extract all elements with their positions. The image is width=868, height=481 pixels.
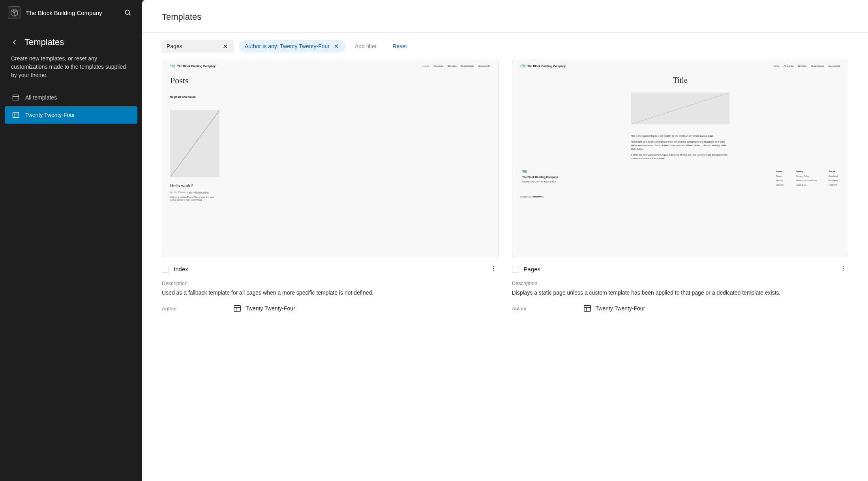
preview-footer: The Block Building Company Helping You L… bbox=[520, 170, 840, 188]
template-description: Used as a fallback template for all page… bbox=[162, 289, 499, 297]
svg-rect-4 bbox=[13, 112, 19, 117]
svg-point-13 bbox=[493, 270, 494, 271]
template-preview[interactable]: The Block Building Company Home About Us… bbox=[512, 60, 849, 257]
preview-post-meta: Oct 19, 2024 — by eric in Uncategorized bbox=[170, 191, 490, 194]
svg-point-17 bbox=[843, 266, 844, 267]
sidebar-nav-header: Templates bbox=[0, 25, 142, 52]
preview-nav-item: Home bbox=[773, 65, 779, 68]
preview-nav-item: Home bbox=[423, 65, 429, 68]
author-label: Author bbox=[162, 306, 233, 312]
preview-logo bbox=[520, 65, 525, 68]
preview-heading: Title bbox=[520, 75, 840, 85]
search-filter-pill[interactable]: Pages bbox=[162, 40, 234, 53]
svg-rect-14 bbox=[234, 306, 241, 312]
preview-nav-links: Home About Us Services Testimonials Cont… bbox=[423, 65, 490, 68]
author-name: Twenty Twenty-Four bbox=[596, 305, 645, 312]
preview-heading: Posts bbox=[170, 75, 490, 86]
preview-body: This is the Content block, it will displ… bbox=[631, 134, 729, 160]
svg-point-18 bbox=[843, 268, 844, 269]
template-name[interactable]: Index bbox=[174, 266, 484, 272]
author-name: Twenty Twenty-Four bbox=[246, 305, 295, 312]
close-icon bbox=[223, 43, 228, 49]
nav-item-label: All templates bbox=[25, 94, 57, 101]
preview-nav-item: About Us bbox=[433, 65, 443, 68]
preview-designed-with: Designed with WordPress bbox=[520, 196, 840, 198]
author-row: Author Twenty Twenty-Four bbox=[162, 304, 499, 313]
preview-nav-links: Home About Us Services Testimonials Cont… bbox=[773, 65, 840, 68]
search-value: Pages bbox=[167, 43, 222, 49]
svg-rect-2 bbox=[13, 95, 19, 100]
more-actions-button[interactable] bbox=[488, 263, 499, 275]
clear-author-filter-button[interactable] bbox=[333, 43, 340, 49]
card-header: Index bbox=[162, 257, 499, 276]
site-logo[interactable] bbox=[8, 6, 21, 19]
description-label: Description bbox=[162, 280, 499, 286]
template-card-pages: The Block Building Company Home About Us… bbox=[512, 60, 849, 313]
reset-filters-button[interactable]: Reset bbox=[388, 40, 411, 53]
template-preview[interactable]: The Block Building Company Home About Us… bbox=[162, 60, 499, 257]
sidebar-header: The Block Building Company bbox=[0, 0, 142, 25]
preview-footer-logo bbox=[522, 170, 527, 173]
svg-rect-20 bbox=[584, 306, 591, 312]
cube-icon bbox=[10, 8, 19, 17]
svg-point-11 bbox=[493, 266, 494, 267]
templates-grid: The Block Building Company Home About Us… bbox=[142, 60, 868, 329]
author-value: Twenty Twenty-Four bbox=[233, 304, 295, 313]
author-filter-text: Author is any: Twenty Twenty-Four bbox=[245, 43, 330, 49]
preview-footer-site-name: The Block Building Company bbox=[522, 176, 764, 179]
dots-vertical-icon bbox=[840, 265, 847, 272]
main-content: Templates Pages Author is any: Twenty Tw… bbox=[142, 0, 868, 481]
preview-no-posts: No posts were found. bbox=[170, 96, 490, 99]
preview-footer-col: About Team History Careers bbox=[776, 170, 784, 188]
chevron-left-icon bbox=[11, 39, 18, 46]
nav-item-twenty-twenty-four[interactable]: Twenty Twenty-Four bbox=[5, 106, 137, 124]
search-button[interactable] bbox=[122, 6, 134, 19]
clear-search-button[interactable] bbox=[222, 43, 229, 49]
preview-site-name: The Block Building Company bbox=[527, 64, 566, 68]
template-card-index: The Block Building Company Home About Us… bbox=[162, 60, 499, 313]
author-value: Twenty Twenty-Four bbox=[583, 304, 645, 313]
preview-paragraph: That might be a simple arrangement like … bbox=[631, 140, 729, 151]
card-header: Pages bbox=[512, 257, 849, 276]
preview-featured-image-placeholder bbox=[170, 110, 219, 177]
layout-sidebar-icon bbox=[12, 111, 20, 119]
preview-content: The Block Building Company Home About Us… bbox=[162, 60, 498, 257]
layout-sidebar-icon bbox=[233, 304, 242, 313]
preview-paragraph: If there are any Custom Post Types regis… bbox=[631, 153, 729, 160]
preview-nav-item: Testimonials bbox=[461, 65, 474, 68]
search-icon bbox=[124, 9, 132, 17]
preview-nav-item: Services bbox=[797, 65, 806, 68]
layout-icon bbox=[12, 94, 20, 101]
preview-footer-col: Social Facebook Instagram Twitter/X bbox=[829, 170, 838, 188]
author-row: Author Twenty Twenty-Four bbox=[512, 304, 849, 313]
preview-nav-item: About Us bbox=[784, 65, 793, 68]
preview-site-name: The Block Building Company bbox=[177, 64, 216, 68]
author-label: Author bbox=[512, 306, 583, 312]
nav-description: Create new templates, or reset any custo… bbox=[0, 52, 142, 89]
author-filter-pill[interactable]: Author is any: Twenty Twenty-Four bbox=[239, 40, 345, 53]
filters-row: Pages Author is any: Twenty Twenty-Four … bbox=[142, 33, 868, 60]
preview-content: The Block Building Company Home About Us… bbox=[512, 60, 848, 257]
preview-nav-item: Contact Us bbox=[828, 65, 840, 68]
nav-section-title: Templates bbox=[24, 37, 64, 47]
preview-logo bbox=[170, 65, 175, 68]
back-button[interactable] bbox=[11, 39, 18, 46]
close-icon bbox=[334, 43, 339, 49]
select-checkbox[interactable] bbox=[162, 266, 169, 273]
nav-list: All templates Twenty Twenty-Four bbox=[0, 89, 142, 124]
select-checkbox[interactable] bbox=[512, 266, 519, 273]
site-title[interactable]: The Block Building Company bbox=[26, 9, 116, 16]
dots-vertical-icon bbox=[490, 265, 497, 272]
add-filter-button[interactable]: Add filter bbox=[351, 40, 381, 53]
preview-nav-item: Services bbox=[448, 65, 457, 68]
preview-excerpt: Welcome to WordPress. This is your first… bbox=[170, 195, 217, 201]
template-description: Displays a static page unless a custom t… bbox=[512, 289, 849, 297]
template-name[interactable]: Pages bbox=[524, 266, 834, 272]
preview-post-title: Hello world! bbox=[170, 183, 490, 188]
more-actions-button[interactable] bbox=[838, 263, 848, 275]
preview-nav-item: Contact Us bbox=[478, 65, 490, 68]
nav-item-all-templates[interactable]: All templates bbox=[5, 89, 137, 106]
preview-paragraph: This is the Content block, it will displ… bbox=[631, 134, 729, 138]
layout-sidebar-icon bbox=[583, 304, 592, 313]
preview-nav-item: Testimonials bbox=[811, 65, 824, 68]
